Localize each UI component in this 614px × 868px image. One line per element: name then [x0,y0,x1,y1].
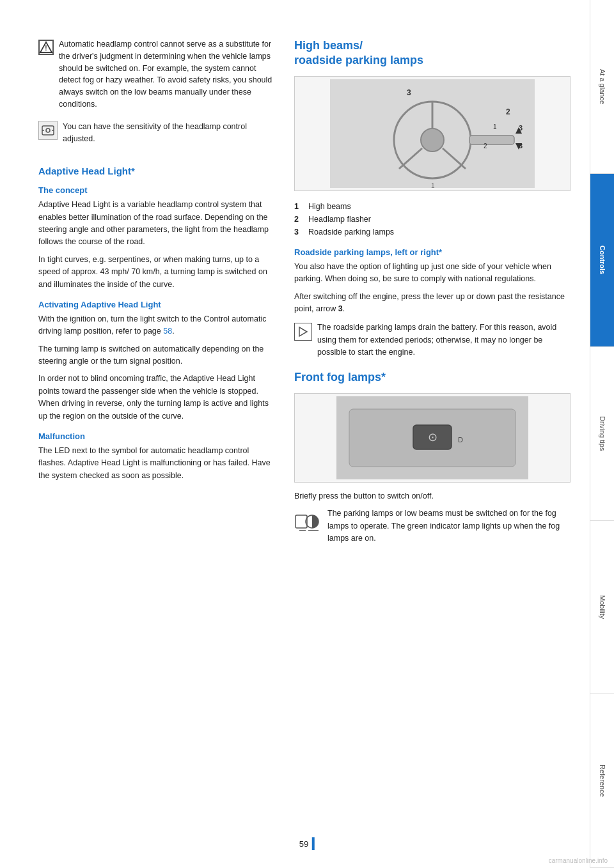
fog-lamp-diagram: ⊙ D [294,393,571,483]
svg-point-3 [46,128,50,132]
svg-point-8 [421,128,444,151]
sensitivity-text: You can have the sensitivity of the head… [63,121,275,146]
malfunction-text: The LED next to the symbol for automatic… [38,445,275,482]
page-number-area: 59 [299,837,315,850]
diagram-numbered-list: 1 High beams 2 Headlamp flasher 3 Roadsi… [294,200,571,238]
svg-text:⊙: ⊙ [428,431,437,444]
roadside-title: Roadside parking lamps, left or right* [294,247,571,257]
adaptive-head-light-title: Adaptive Head Light* [38,166,275,176]
right-column: High beams/roadside parking lamps [294,38,571,842]
sidebar-item-at-a-glance[interactable]: At a glance [590,0,614,174]
warning-icon: ! [38,40,54,55]
svg-text:1: 1 [493,123,497,130]
page-ref-link[interactable]: 58 [163,327,172,336]
concept-text2: In tight curves, e.g. serpentines, or wh… [38,254,275,291]
svg-text:1: 1 [431,182,435,188]
page-number-bar [312,837,315,850]
svg-text:!: ! [45,45,47,52]
svg-text:3: 3 [407,88,411,97]
activating-text3: In order not to blind oncoming traffic, … [38,373,275,422]
page-container: ! Automatic headlamp control cannot serv… [0,0,614,868]
svg-rect-12 [469,136,514,144]
front-fog-text1: Briefly press the button to switch on/of… [294,490,571,502]
steering-wheel-diagram: 3 3 1 2 3 2 1 [294,76,571,191]
list-item-2: 2 Headlamp flasher [294,213,571,226]
activating-title: Activating Adaptive Head Light [38,300,275,309]
roadside-text1: You also have the option of lighting up … [294,261,571,286]
warning-box: ! Automatic headlamp control cannot serv… [38,38,275,111]
fog-note-text: The parking lamps or low beams must be s… [327,508,571,545]
svg-text:D: D [458,436,463,444]
sensitivity-box: You can have the sensitivity of the head… [38,121,275,151]
page-number: 59 [299,839,308,849]
roadside-note-text: The roadside parking lamps drain the bat… [317,322,571,359]
concept-title: The concept [38,185,275,195]
warning-text: Automatic headlamp control cannot serve … [59,38,275,111]
high-beams-title: High beams/roadside parking lamps [294,38,571,68]
svg-text:2: 2 [506,107,510,116]
activating-text1: With the ignition on, turn the light swi… [38,313,275,338]
sensitivity-icon [38,121,58,140]
list-item-3: 3 Roadside parking lamps [294,226,571,238]
list-item-1: 1 High beams [294,200,571,213]
fog-lamp-composite-icon [294,508,322,536]
note-icon [294,323,312,341]
sidebar: At a glance Controls Driving tips Mobili… [590,0,614,868]
roadside-note-box: The roadside parking lamps drain the bat… [294,322,571,364]
malfunction-title: Malfunction [38,431,275,441]
front-fog-title: Front fog lamps* [294,370,571,385]
activating-text2: The turning lamp is switched on automati… [38,343,275,368]
sidebar-item-controls[interactable]: Controls [590,174,614,348]
watermark: carmanualonline.info [549,857,608,864]
svg-text:2: 2 [484,143,487,150]
svg-marker-22 [299,327,307,336]
concept-text1: Adaptive Head Light is a variable headla… [38,199,275,249]
left-column: ! Automatic headlamp control cannot serv… [38,38,275,842]
sidebar-item-reference[interactable]: Reference [590,694,614,868]
sidebar-item-driving-tips[interactable]: Driving tips [590,347,614,521]
fog-lamp-note-box: The parking lamps or low beams must be s… [294,508,571,550]
sidebar-item-mobility[interactable]: Mobility [590,521,614,695]
main-content: ! Automatic headlamp control cannot serv… [0,0,590,868]
roadside-text2: After switching off the engine, press th… [294,291,571,316]
